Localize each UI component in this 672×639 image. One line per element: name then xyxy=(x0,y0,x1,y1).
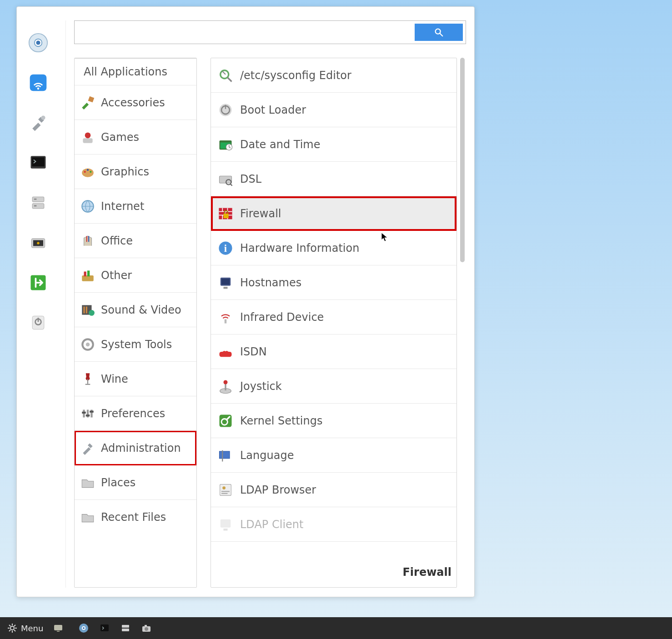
favorite-terminal[interactable] xyxy=(25,150,51,176)
office-icon xyxy=(80,233,95,249)
svg-point-23 xyxy=(85,132,91,138)
scroll-thumb[interactable] xyxy=(460,58,465,262)
favorite-shutdown[interactable] xyxy=(25,310,51,336)
app-kernel-settings[interactable]: Kernel Settings xyxy=(211,404,456,438)
svg-point-5 xyxy=(41,115,45,120)
svg-rect-104 xyxy=(100,624,109,631)
svg-line-20 xyxy=(440,34,443,36)
firewall-icon xyxy=(217,205,234,222)
file-manager-icon xyxy=(120,622,131,634)
svg-rect-46 xyxy=(86,414,90,416)
camera-icon xyxy=(140,622,152,634)
datetime-icon xyxy=(217,136,234,153)
app-hardware-information[interactable]: i Hardware Information xyxy=(211,231,456,265)
category-label: Accessories xyxy=(101,96,165,109)
chromium-icon xyxy=(28,33,48,53)
app-label: Boot Loader xyxy=(240,104,306,116)
svg-rect-71 xyxy=(221,279,230,285)
app-sysconfig-editor[interactable]: /etc/sysconfig Editor xyxy=(211,58,456,93)
app-boot-loader[interactable]: Boot Loader xyxy=(211,93,456,127)
favorite-chromium[interactable] xyxy=(25,30,51,56)
application-area: /etc/sysconfig Editor Boot Loader Date a… xyxy=(211,58,466,588)
svg-rect-72 xyxy=(224,287,228,289)
folder-icon xyxy=(80,509,95,525)
app-label: Joystick xyxy=(240,380,282,393)
dsl-icon xyxy=(217,171,234,187)
category-office[interactable]: Office xyxy=(75,224,196,258)
category-label: System Tools xyxy=(101,338,172,351)
taskbar-menu-button[interactable]: Menu xyxy=(4,620,46,636)
category-label: Games xyxy=(101,131,139,144)
administration-icon xyxy=(80,440,95,456)
taskbar-chromium[interactable] xyxy=(75,620,92,636)
app-ldap-client[interactable]: LDAP Client xyxy=(211,507,456,542)
system-tools-icon xyxy=(80,337,95,352)
multimedia-icon xyxy=(80,302,95,318)
category-wine[interactable]: Wine xyxy=(75,362,196,396)
svg-rect-105 xyxy=(122,625,129,628)
application-list: /etc/sysconfig Editor Boot Loader Date a… xyxy=(211,58,457,588)
infrared-icon xyxy=(217,309,234,325)
category-places[interactable]: Places xyxy=(75,465,196,500)
app-isdn[interactable]: ISDN xyxy=(211,334,456,369)
app-label: LDAP Client xyxy=(240,518,303,531)
svg-point-2 xyxy=(36,40,40,45)
app-language[interactable]: Language xyxy=(211,438,456,473)
taskbar: Menu xyxy=(0,617,672,639)
svg-rect-67 xyxy=(224,214,229,218)
category-label: Recent Files xyxy=(101,511,166,524)
svg-rect-77 xyxy=(225,383,226,390)
app-firewall[interactable]: Firewall xyxy=(211,196,456,231)
app-scrollbar[interactable] xyxy=(459,58,466,588)
category-accessories[interactable]: Accessories xyxy=(75,85,196,120)
svg-line-58 xyxy=(230,184,232,186)
category-all-applications[interactable]: All Applications xyxy=(75,58,196,85)
app-dsl[interactable]: DSL xyxy=(211,162,456,196)
svg-line-97 xyxy=(9,630,10,631)
favorite-wifi[interactable] xyxy=(25,70,51,96)
category-label: Administration xyxy=(101,442,181,454)
svg-rect-74 xyxy=(220,352,232,357)
app-joystick[interactable]: Joystick xyxy=(211,369,456,404)
wifi-icon xyxy=(28,73,48,93)
taskbar-files[interactable] xyxy=(117,620,134,636)
category-games[interactable]: Games xyxy=(75,120,196,155)
logout-icon xyxy=(28,273,48,293)
preferences-icon xyxy=(80,406,95,421)
taskbar-screenshot[interactable] xyxy=(138,620,155,636)
search-input[interactable] xyxy=(75,21,415,44)
favorite-keyring[interactable] xyxy=(25,230,51,256)
favorite-logout[interactable] xyxy=(25,270,51,296)
favorite-settings[interactable] xyxy=(25,110,51,136)
hostnames-icon xyxy=(217,275,234,291)
svg-rect-21 xyxy=(88,96,95,102)
taskbar-show-desktop[interactable] xyxy=(50,620,67,636)
category-sound-video[interactable]: Sound & Video xyxy=(75,293,196,327)
language-icon xyxy=(217,447,234,464)
category-internet[interactable]: Internet xyxy=(75,189,196,224)
favorite-files[interactable] xyxy=(25,190,51,216)
taskbar-terminal[interactable] xyxy=(96,620,113,636)
category-administration[interactable]: Administration xyxy=(75,431,196,465)
app-date-time[interactable]: Date and Time xyxy=(211,127,456,162)
app-infrared-device[interactable]: Infrared Device xyxy=(211,300,456,334)
app-ldap-browser[interactable]: LDAP Browser xyxy=(211,473,456,507)
app-label: Hardware Information xyxy=(240,242,359,255)
menu-panels: All Applications Accessories Games Graph… xyxy=(74,58,466,588)
desktop: All Applications Accessories Games Graph… xyxy=(0,0,672,639)
search-button[interactable] xyxy=(415,24,463,41)
svg-point-103 xyxy=(83,627,85,629)
svg-line-49 xyxy=(228,77,232,81)
category-system-tools[interactable]: System Tools xyxy=(75,327,196,362)
svg-rect-47 xyxy=(90,410,94,412)
app-label: DSL xyxy=(240,173,261,185)
svg-point-90 xyxy=(10,626,14,630)
svg-rect-86 xyxy=(221,491,230,492)
app-hostnames[interactable]: Hostnames xyxy=(211,265,456,300)
svg-point-85 xyxy=(222,486,226,489)
category-other[interactable]: Other xyxy=(75,258,196,293)
svg-point-48 xyxy=(221,70,229,78)
category-graphics[interactable]: Graphics xyxy=(75,155,196,189)
category-recent-files[interactable]: Recent Files xyxy=(75,500,196,534)
category-preferences[interactable]: Preferences xyxy=(75,396,196,431)
